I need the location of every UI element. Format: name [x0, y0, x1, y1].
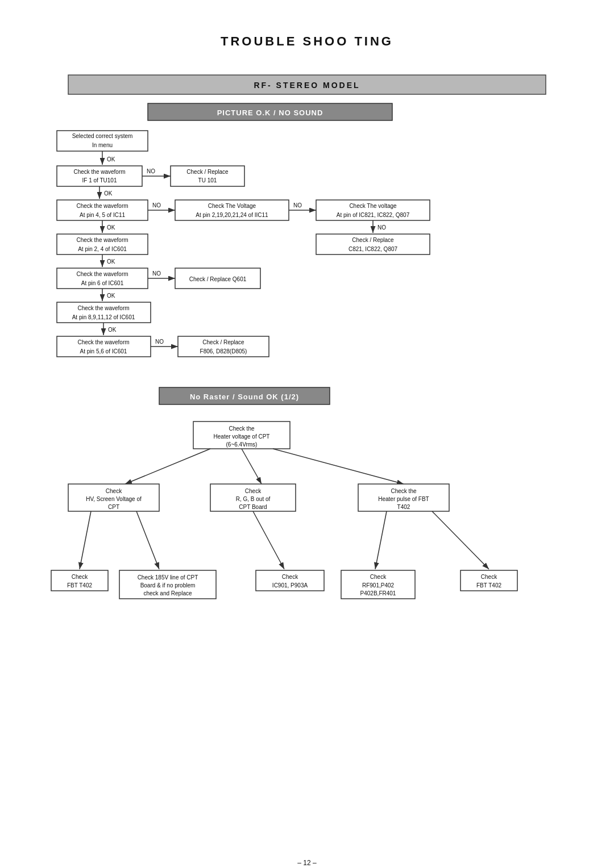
- no-label-6: NO: [155, 339, 164, 345]
- ok-label-1: OK: [107, 156, 115, 162]
- no-label-3: NO: [293, 202, 302, 208]
- no-raster-header: No Raster / Sound OK (1/2): [190, 393, 299, 401]
- svg-text:T402: T402: [397, 504, 410, 510]
- svg-line-59: [375, 511, 387, 569]
- check-voltage-2-19-box: Check The Voltage: [208, 203, 256, 209]
- check-ic901-box: Check: [282, 574, 298, 580]
- no-label-5: NO: [152, 270, 161, 277]
- ok-label-4: OK: [107, 258, 115, 265]
- svg-line-46: [273, 449, 404, 484]
- svg-text:F806, D828(D805): F806, D828(D805): [200, 348, 247, 354]
- no-label-1: NO: [147, 168, 155, 174]
- svg-text:(6~6.4Vrms): (6~6.4Vrms): [226, 441, 258, 448]
- svg-text:In menu: In menu: [92, 142, 113, 148]
- svg-text:IC901, P903A: IC901, P903A: [272, 582, 308, 589]
- picture-no-sound-header: PICTURE O.K / NO SOUND: [217, 108, 323, 117]
- svg-text:At pin 8,9,11,12 of IC601: At pin 8,9,11,12 of IC601: [72, 314, 135, 320]
- svg-text:CPT Board: CPT Board: [239, 504, 267, 510]
- svg-line-56: [80, 511, 91, 569]
- svg-text:At pin 5,6 of IC601: At pin 5,6 of IC601: [80, 348, 127, 354]
- check-waveform-56-box: Check the waveform: [77, 339, 129, 345]
- ok-label-5: OK: [107, 293, 115, 299]
- svg-text:IF 1 of TU101: IF 1 of TU101: [82, 177, 117, 183]
- check-replace-f806-box: Check / Replace: [202, 339, 244, 345]
- check-waveform-8911-box: Check the waveform: [77, 305, 129, 311]
- svg-text:Heater voltage of CPT: Heater voltage of CPT: [214, 433, 270, 440]
- svg-line-60: [432, 511, 489, 569]
- page-container: TROUBLE SHOO TING RF- STEREO MODEL PICTU…: [34, 34, 580, 867]
- check-waveform-6-box: Check the waveform: [76, 271, 128, 277]
- svg-text:At pin 4, 5 of IC11: At pin 4, 5 of IC11: [80, 212, 125, 218]
- svg-text:R, G, B out of: R, G, B out of: [236, 496, 271, 502]
- svg-text:HV, Screen Voltage of: HV, Screen Voltage of: [86, 496, 142, 502]
- check-heater-voltage-box: Check the: [229, 425, 254, 432]
- page-title: TROUBLE SHOO TING: [34, 34, 580, 49]
- check-waveform-if1-box: Check the waveform: [73, 169, 125, 175]
- check-voltage-ic821-box: Check The voltage: [349, 203, 397, 209]
- check-rgb-box: Check: [245, 488, 262, 494]
- no-label-4: NO: [377, 224, 386, 231]
- check-185v-box: Check 185V line of CPT: [138, 574, 198, 581]
- rf-stereo-header: RF- STEREO MODEL: [254, 81, 360, 90]
- svg-text:At pin 2,19,20,21,24 of IIC11: At pin 2,19,20,21,24 of IIC11: [196, 212, 268, 218]
- svg-text:TU 101: TU 101: [198, 177, 217, 183]
- svg-text:C821, IC822, Q807: C821, IC822, Q807: [349, 246, 398, 252]
- check-heater-pulse-box: Check the: [391, 488, 416, 494]
- svg-text:Board & if no problem: Board & if no problem: [140, 582, 196, 589]
- svg-line-45: [242, 449, 262, 484]
- svg-text:FBT T402: FBT T402: [476, 582, 502, 589]
- check-waveform-24-box: Check the waveform: [76, 237, 128, 243]
- svg-text:P402B,FR401: P402B,FR401: [360, 590, 396, 596]
- flowchart-diagram: RF- STEREO MODEL PICTURE O.K / NO SOUND …: [34, 69, 580, 842]
- check-replace-q601-box: Check / Replace Q601: [189, 276, 247, 282]
- svg-text:RF901,P402: RF901,P402: [362, 582, 395, 589]
- check-waveform-45-box: Check the waveform: [76, 203, 128, 209]
- svg-text:CPT: CPT: [108, 504, 119, 510]
- svg-line-44: [125, 449, 210, 484]
- ok-label-6: OK: [108, 327, 117, 333]
- check-fbt-t402-1-box: Check: [72, 574, 88, 580]
- svg-text:At pin 2, 4 of IC601: At pin 2, 4 of IC601: [78, 246, 127, 252]
- check-replace-tu101-box: Check / Replace: [186, 169, 229, 175]
- svg-text:At pin 6 of IC601: At pin 6 of IC601: [81, 280, 124, 286]
- check-rf901-box: Check: [370, 574, 387, 580]
- ok-label-2: OK: [104, 190, 113, 197]
- svg-line-57: [136, 511, 159, 569]
- check-hv-box: Check: [106, 488, 122, 494]
- selected-correct-box: Selected correct system: [72, 133, 133, 139]
- svg-text:Heater pulse of FBT: Heater pulse of FBT: [378, 496, 429, 502]
- ok-label-3: OK: [107, 224, 115, 231]
- check-replace-c821-box: Check / Replace: [352, 237, 394, 243]
- page-number: – 12 –: [34, 859, 580, 867]
- no-label-2: NO: [152, 202, 161, 208]
- svg-text:check and Replace: check and Replace: [143, 590, 192, 596]
- svg-text:At pin of IC821, IC822, Q807: At pin of IC821, IC822, Q807: [337, 212, 410, 218]
- svg-line-58: [253, 511, 284, 569]
- svg-text:FBT T402: FBT T402: [67, 582, 93, 589]
- check-fbt-t402-2-box: Check: [481, 574, 497, 580]
